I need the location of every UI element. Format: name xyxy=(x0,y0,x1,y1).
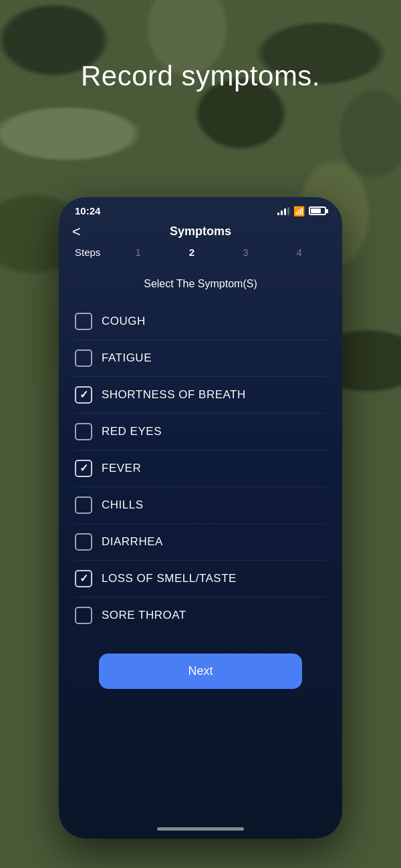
symptom-label-cough: COUGH xyxy=(102,315,146,328)
symptom-label-red-eyes: RED EYES xyxy=(102,425,162,438)
symptom-item-shortness-of-breath[interactable]: ✓SHORTNESS OF BREATH xyxy=(75,377,326,414)
symptom-item-red-eyes[interactable]: RED EYES xyxy=(75,414,326,450)
symptom-label-fatigue: FATIGUE xyxy=(102,351,152,365)
checkbox-cough[interactable] xyxy=(75,313,92,330)
next-button[interactable]: Next xyxy=(99,654,302,689)
symptom-item-loss-of-smell[interactable]: ✓LOSS OF SMELL/TASTE xyxy=(75,561,326,597)
symptom-label-fever: FEVER xyxy=(102,462,141,475)
content-area: Select The Symptom(S) COUGHFATIGUE✓SHORT… xyxy=(59,271,342,640)
checkbox-shortness-of-breath[interactable]: ✓ xyxy=(75,386,92,404)
screen-title: Symptoms xyxy=(170,225,231,239)
checkbox-sore-throat[interactable] xyxy=(75,607,92,624)
status-icons: 📶 xyxy=(277,206,326,216)
battery-icon xyxy=(309,206,326,215)
symptom-item-fatigue[interactable]: FATIGUE xyxy=(75,340,326,377)
phone-frame: 10:24 📶 < Symptoms Steps 1 2 3 4 Select … xyxy=(59,197,342,839)
checkbox-fatigue[interactable] xyxy=(75,349,92,367)
step-4[interactable]: 4 xyxy=(273,247,326,258)
symptom-label-diarrhea: DIARRHEA xyxy=(102,535,163,549)
checkmark-icon: ✓ xyxy=(80,463,88,474)
checkbox-fever[interactable]: ✓ xyxy=(75,460,92,477)
status-bar: 10:24 📶 xyxy=(59,197,342,222)
step-3[interactable]: 3 xyxy=(219,247,272,258)
steps-bar: Steps 1 2 3 4 xyxy=(59,247,342,271)
checkmark-icon: ✓ xyxy=(80,390,88,400)
symptom-label-shortness-of-breath: SHORTNESS OF BREATH xyxy=(102,388,246,402)
checkmark-icon: ✓ xyxy=(80,573,88,584)
checkbox-diarrhea[interactable] xyxy=(75,533,92,551)
checkbox-chills[interactable] xyxy=(75,496,92,514)
checkbox-loss-of-smell[interactable]: ✓ xyxy=(75,570,92,587)
header: < Symptoms xyxy=(59,222,342,247)
symptom-item-sore-throat[interactable]: SORE THROAT xyxy=(75,597,326,633)
wifi-icon: 📶 xyxy=(293,206,305,216)
symptom-list: COUGHFATIGUE✓SHORTNESS OF BREATHRED EYES… xyxy=(75,303,326,633)
step-2[interactable]: 2 xyxy=(165,247,219,258)
back-button[interactable]: < xyxy=(72,223,81,241)
symptom-item-diarrhea[interactable]: DIARRHEA xyxy=(75,524,326,561)
symptom-label-chills: CHILLS xyxy=(102,498,144,512)
symptom-label-sore-throat: SORE THROAT xyxy=(102,609,186,622)
home-indicator xyxy=(157,827,244,831)
steps-label: Steps xyxy=(75,247,100,258)
next-button-wrap: Next xyxy=(59,640,342,689)
symptom-item-cough[interactable]: COUGH xyxy=(75,303,326,340)
symptom-item-fever[interactable]: ✓FEVER xyxy=(75,450,326,487)
signal-icon xyxy=(277,207,289,215)
symptom-item-chills[interactable]: CHILLS xyxy=(75,487,326,524)
checkbox-red-eyes[interactable] xyxy=(75,423,92,440)
clock: 10:24 xyxy=(75,205,100,216)
page-title: Record symptoms. xyxy=(0,60,401,92)
section-title: Select The Symptom(S) xyxy=(75,278,326,290)
step-1[interactable]: 1 xyxy=(111,247,164,258)
symptom-label-loss-of-smell: LOSS OF SMELL/TASTE xyxy=(102,572,237,585)
